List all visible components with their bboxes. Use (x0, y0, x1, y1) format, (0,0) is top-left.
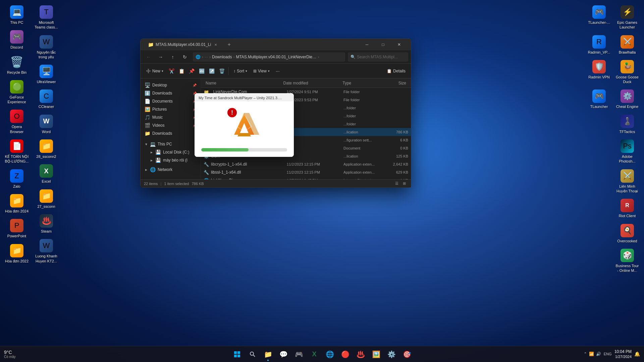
back-button[interactable]: ← (143, 52, 154, 62)
start-button[interactable] (230, 347, 245, 362)
desktop-icon-ultraviewer[interactable]: 🖥️ UltraViewer (33, 63, 60, 86)
tab-close-button[interactable]: ✕ (213, 42, 218, 47)
rename-button[interactable]: 🔤 (197, 66, 206, 76)
desktop-icon-27-ssconn[interactable]: 📁 27_ssconn (33, 187, 60, 211)
sidebar-item-videos[interactable]: 🎬 Videos 📌 (142, 121, 199, 129)
share-button[interactable]: ↗️ (207, 66, 216, 76)
sidebar-item-desktop[interactable]: 🖥️ Desktop 📌 (142, 81, 199, 89)
desktop-icon-steam[interactable]: ♨️ Steam (33, 212, 60, 236)
steam-taskbar-button[interactable]: ♨️ (353, 347, 368, 362)
desktop-icon-excel[interactable]: X Excel (33, 162, 60, 186)
browser-taskbar-button[interactable]: 🔴 (338, 347, 353, 362)
table-row[interactable]: 🔧 libssl-1_1-x64.dll 11/2/2023 12:15 PM … (201, 168, 411, 176)
excel-taskbar-button[interactable]: X (307, 347, 322, 362)
col-date-modified[interactable]: Date modified (281, 81, 341, 85)
desktop-icon-luong-khanh[interactable]: W Luong Khanh Huyen KT2... (33, 237, 60, 265)
delete-button[interactable]: 🗑️ (217, 66, 226, 76)
table-row[interactable]: 🔧 libcrypto-1_1-x64.dll 11/2/2023 12:15 … (201, 160, 411, 168)
desktop-icon-goose-duck[interactable]: 🦆 Goose Goose Duck (614, 58, 641, 86)
sidebar-item-music[interactable]: 🎵 Music 📌 (142, 113, 199, 121)
col-size[interactable]: Size (381, 81, 408, 85)
desktop-icon-28-ssconn[interactable]: 📁 28_ssconn2 (33, 137, 60, 161)
view-button[interactable]: ⊞ View ▾ (251, 67, 272, 75)
desktop-icon-adobe-ps[interactable]: Ps Adobe Photosh... (614, 137, 641, 166)
desktop-icon-powerpoint[interactable]: P PowerPoint (3, 217, 30, 240)
settings-taskbar-button[interactable]: ⚙️ (384, 347, 399, 362)
desktop-icon-brawlhalla[interactable]: ⚔️ Brawlhalla (614, 33, 641, 57)
sidebar-item-network[interactable]: ► 🌐 Network (142, 166, 199, 174)
sidebar-item-downloads[interactable]: ⬇️ Downloads 📌 (142, 89, 199, 97)
desktop-icon-overcooked[interactable]: 🍳 Overcooked (614, 222, 641, 245)
desktop-icon-opera[interactable]: O Opera Browser (3, 108, 30, 136)
grid-view-button[interactable]: ⊞ (401, 180, 408, 187)
col-name[interactable]: Name (204, 81, 281, 85)
desktop-icon-teams[interactable]: T Microsoft Teams class... (33, 3, 60, 32)
desktop-icon-word[interactable]: W Word (33, 113, 60, 136)
close-button[interactable]: ✕ (391, 39, 407, 50)
paste-button[interactable]: 📌 (187, 66, 196, 76)
discord-taskbar-button[interactable]: 🎮 (291, 347, 306, 362)
audio-tray-icon[interactable]: 🔊 (596, 352, 601, 356)
tray-expand-icon[interactable]: ⌃ (584, 352, 587, 356)
minimize-button[interactable]: ─ (359, 39, 375, 50)
table-row[interactable]: 🌐 LinkNeverDie.com 1/27/2024 9:47 PM Int… (201, 176, 411, 179)
desktop-icon-radmin-vpn2[interactable]: 🛡️ Radmin VPN (586, 58, 612, 86)
teams-taskbar-button[interactable]: 💬 (276, 347, 291, 362)
details-button[interactable]: 📋 Details (384, 67, 408, 75)
desktop-icon-epic-games[interactable]: ⚡ Epic Games Launcher (614, 3, 641, 32)
address-bar[interactable]: 🌐 › ··· › Downloads › MTAS.Multiplayer.v… (193, 52, 345, 62)
sort-button[interactable]: ↕️ Sort ▾ (231, 67, 250, 75)
desktop-icon-lien-minh[interactable]: ⚔️ Liên Minh Huyền Thoại (614, 167, 641, 196)
refresh-button[interactable]: ↻ (179, 52, 190, 62)
sidebar-item-local-disk[interactable]: ► 💾 Local Disk (C:) (142, 148, 199, 156)
ie-taskbar-button[interactable]: 🌐 (322, 347, 337, 362)
desktop-icon-business-tour[interactable]: 🎲 Business Tour - Online M... (614, 247, 641, 275)
forward-button[interactable]: → (155, 52, 166, 62)
desktop-icon-cheat-engine[interactable]: ⚙️ Cheat Engine (614, 87, 641, 111)
sidebar-item-may-beo[interactable]: ► 💾 máy béo rôi (l (142, 156, 199, 164)
desktop-icon-tftactics[interactable]: ♟️ TFTactics (614, 113, 641, 136)
list-view-button[interactable]: ☰ (393, 180, 400, 187)
network-tray-icon[interactable]: 📶 (589, 352, 594, 356)
desktop-icon-tlauncher2[interactable]: 🎮 TLauncher (586, 87, 612, 111)
desktop-icon-nguyen-tac[interactable]: W Nguyên tắc trong yêu (33, 33, 60, 62)
notification-button[interactable]: 🔔 (634, 351, 640, 357)
keyboard-lang[interactable]: ENG (604, 352, 612, 356)
taskbar-weather[interactable]: 9°C Có mây (0, 350, 15, 359)
new-button[interactable]: ➕ New ▾ (143, 67, 166, 75)
copy-button[interactable]: 📋 (177, 66, 186, 76)
sidebar-item-this-pc[interactable]: ▼ 💻 This PC (142, 140, 199, 148)
new-tab-button[interactable]: + (224, 40, 234, 49)
desktop-icon-hoa-don-2024[interactable]: 📁 Hóa đơn 2024 (3, 192, 30, 216)
desktop-icon-tlauncher[interactable]: 🎮 TLauncher-... (586, 3, 612, 32)
sidebar-item-pictures[interactable]: 🖼️ Pictures 📌 (142, 105, 199, 113)
desktop-icon-recycle-bin[interactable]: 🗑️ Recycle Bin (3, 53, 30, 77)
desktop-icon-zalo[interactable]: Z Zalo (3, 167, 30, 191)
search-taskbar-button[interactable] (245, 347, 260, 362)
file-explorer-taskbar-button[interactable]: 📁 (261, 347, 275, 362)
sidebar-item-downloads2[interactable]: 📁 Downloads (142, 129, 199, 137)
sidebar-item-documents[interactable]: 📄 Documents 📌 (142, 97, 199, 105)
cut-button[interactable]: ✂️ (167, 66, 176, 76)
sidebar-this-pc-label: This PC (158, 142, 172, 146)
maximize-button[interactable]: □ (375, 39, 391, 50)
desktop-icon-radmin-vpn-icon[interactable]: R Radmin_VP... (586, 33, 612, 57)
search-box[interactable]: 🔍 Search MTAS.Multiplayer.v04.00.0 (348, 52, 408, 62)
desktop-icon-geforce[interactable]: 🟢 GeForce Experience (3, 78, 30, 107)
desktop-icon-hoa-don-2022[interactable]: 📁 Hóa đơn 2022 (3, 242, 30, 265)
game-taskbar-button[interactable]: 🎯 (399, 347, 414, 362)
file-explorer-tab[interactable]: 📁 MTAS.Multiplayer.v04.00.01_Li ✕ (145, 41, 222, 49)
overcooked-icon: 🍳 (621, 224, 634, 237)
taskbar-clock[interactable]: 10:04 PM 1/27/2024 (614, 349, 632, 359)
desktop-icon-this-pc[interactable]: 💻 This PC (3, 3, 30, 27)
desktop-icon-ccleaner[interactable]: C CCleaner (33, 87, 60, 111)
col-type[interactable]: Type (340, 81, 381, 85)
up-button[interactable]: ↑ (167, 52, 178, 62)
desktop-icon-discord[interactable]: 🎮 Discord (3, 28, 30, 52)
more-options-button[interactable]: ··· (273, 66, 282, 76)
desktop-icon-ke-toan[interactable]: 📄 KẾ TOÁN NỘI BỘ-LƯƠNG... (3, 137, 30, 166)
desktop-icon-riot[interactable]: R Riot Client (614, 197, 641, 220)
photos-taskbar-button[interactable]: 🖼️ (369, 347, 383, 362)
tab-folder-icon: 📁 (148, 42, 154, 47)
address-chevron-1: › (202, 55, 203, 59)
